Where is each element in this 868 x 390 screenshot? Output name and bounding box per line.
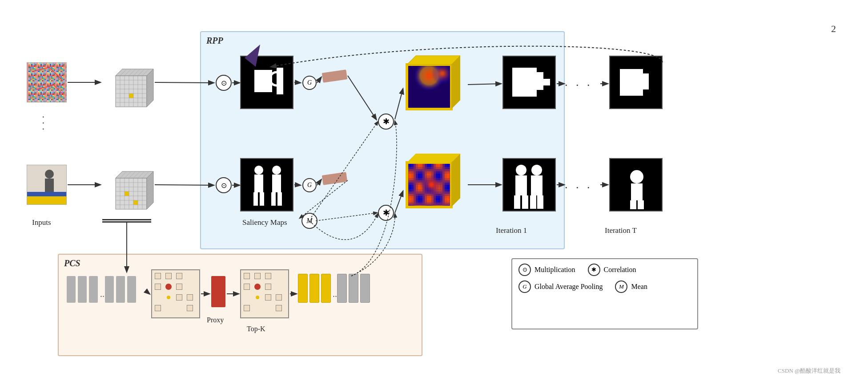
svg-rect-0 (116, 76, 147, 107)
svg-rect-42 (133, 200, 138, 205)
rpp-label: RPP (206, 36, 223, 46)
mean-symbol: M (615, 280, 627, 293)
prototype-grid-topk (240, 269, 289, 318)
mean-label: Mean (631, 283, 647, 291)
topk-output-bars: ... (298, 274, 370, 303)
result-iter1-top (502, 56, 556, 109)
heatmap-cube-top (405, 53, 467, 116)
correlation-symbol: ✱ (588, 264, 600, 276)
proxy-label: Proxy (207, 316, 224, 324)
iteration1-label: Iteration 1 (496, 226, 527, 235)
correlation-op-top: ✱ (378, 114, 394, 130)
proxy-block (211, 276, 225, 307)
svg-rect-13 (129, 93, 133, 98)
correlation-op-bottom: ✱ (378, 205, 394, 221)
dot-product-op-bottom: ⊙ (216, 177, 232, 193)
svg-rect-41 (125, 191, 129, 196)
feature-cube-top (102, 53, 160, 111)
diagram: 2 CSDN @酷酸洋红就是我 RPP PCS Inputs Saliency … (13, 18, 849, 378)
inputs-label: Inputs (32, 218, 51, 227)
watermark: CSDN @酷酸洋红就是我 (778, 367, 840, 375)
heatmap-cube-bottom (405, 151, 467, 214)
legend-row-multiplication: ⊙ Multiplication ✱ Correlation (518, 264, 691, 276)
gap-op-bottom: G (302, 178, 317, 192)
dot-product-op-top: ⊙ (216, 75, 232, 91)
vertical-dots-left: ... (40, 116, 52, 134)
dots-between-iter-top: . . . (565, 76, 593, 89)
gap-label: Global Average Pooling (534, 283, 603, 291)
double-line2 (102, 221, 151, 223)
gap-symbol: G (518, 280, 531, 293)
legend-box: ⊙ Multiplication ✱ Correlation G Global … (511, 258, 698, 329)
prototype-grid-left (151, 269, 200, 318)
mean-op: M (301, 213, 317, 229)
double-line (102, 219, 151, 220)
result-iterT-bottom (609, 158, 663, 211)
multiplication-label: Multiplication (534, 266, 575, 274)
saliency-map-bottom (240, 158, 293, 211)
correlation-label: Correlation (604, 266, 636, 274)
multiplication-symbol: ⊙ (518, 264, 531, 276)
pcs-label: PCS (64, 258, 80, 268)
result-iterT-top (609, 56, 663, 109)
pcs-input-bars: ... (67, 276, 136, 303)
iterationT-label: Iteration T (605, 226, 637, 235)
gap-op-top: G (302, 76, 317, 90)
page-number: 2 (831, 23, 836, 35)
saliency-map-top (240, 56, 293, 109)
legend-row-gap: G Global Average Pooling M Mean (518, 280, 691, 293)
feature-cube-bottom (102, 156, 160, 214)
result-iter1-bottom (502, 158, 556, 211)
dots-between-iter-bottom: . . . (565, 178, 593, 191)
saliency-maps-label: Saliency Maps (242, 218, 287, 227)
input-image-bottom (27, 165, 67, 205)
topk-label: Top-K (247, 325, 265, 333)
input-image-top (27, 62, 67, 102)
svg-rect-28 (116, 178, 147, 209)
